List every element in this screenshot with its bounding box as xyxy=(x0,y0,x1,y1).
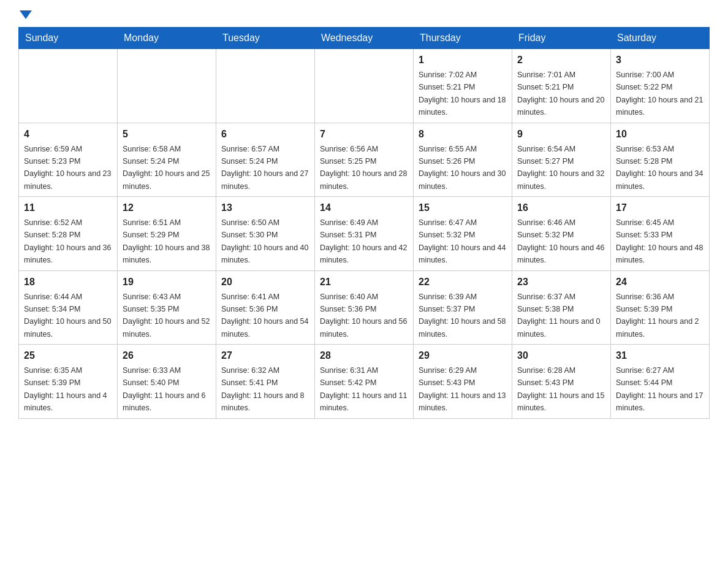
day-number: 23 xyxy=(517,275,605,289)
calendar-cell: 11Sunrise: 6:52 AMSunset: 5:28 PMDayligh… xyxy=(19,197,118,271)
day-number: 31 xyxy=(616,348,704,363)
calendar-cell: 2Sunrise: 7:01 AMSunset: 5:21 PMDaylight… xyxy=(512,49,611,123)
day-sun-info: Sunrise: 6:49 AMSunset: 5:31 PMDaylight:… xyxy=(320,218,407,264)
day-sun-info: Sunrise: 6:53 AMSunset: 5:28 PMDaylight:… xyxy=(616,145,703,191)
day-sun-info: Sunrise: 6:40 AMSunset: 5:36 PMDaylight:… xyxy=(320,293,407,339)
day-number: 10 xyxy=(616,127,704,142)
day-number: 8 xyxy=(419,127,507,142)
day-sun-info: Sunrise: 6:41 AMSunset: 5:36 PMDaylight:… xyxy=(221,293,308,339)
day-sun-info: Sunrise: 6:45 AMSunset: 5:33 PMDaylight:… xyxy=(616,218,703,264)
day-number: 17 xyxy=(616,201,704,215)
day-sun-info: Sunrise: 6:44 AMSunset: 5:34 PMDaylight:… xyxy=(24,293,111,339)
day-sun-info: Sunrise: 6:29 AMSunset: 5:43 PMDaylight:… xyxy=(419,366,506,412)
calendar-table: SundayMondayTuesdayWednesdayThursdayFrid… xyxy=(18,27,710,419)
day-sun-info: Sunrise: 6:54 AMSunset: 5:27 PMDaylight:… xyxy=(517,145,604,191)
calendar-cell: 3Sunrise: 7:00 AMSunset: 5:22 PMDaylight… xyxy=(611,49,710,123)
calendar-cell: 26Sunrise: 6:33 AMSunset: 5:40 PMDayligh… xyxy=(118,345,216,419)
day-number: 20 xyxy=(221,275,309,289)
day-sun-info: Sunrise: 7:02 AMSunset: 5:21 PMDaylight:… xyxy=(419,71,506,117)
day-sun-info: Sunrise: 6:56 AMSunset: 5:25 PMDaylight:… xyxy=(320,145,407,191)
calendar-week-row: 4Sunrise: 6:59 AMSunset: 5:23 PMDaylight… xyxy=(19,123,710,197)
calendar-cell: 15Sunrise: 6:47 AMSunset: 5:32 PMDayligh… xyxy=(414,197,512,271)
calendar-week-row: 1Sunrise: 7:02 AMSunset: 5:21 PMDaylight… xyxy=(19,49,710,123)
calendar-cell: 5Sunrise: 6:58 AMSunset: 5:24 PMDaylight… xyxy=(118,123,216,197)
calendar-cell: 17Sunrise: 6:45 AMSunset: 5:33 PMDayligh… xyxy=(611,197,710,271)
day-of-week-header: Saturday xyxy=(611,28,710,49)
day-sun-info: Sunrise: 6:59 AMSunset: 5:23 PMDaylight:… xyxy=(24,145,111,191)
day-sun-info: Sunrise: 6:39 AMSunset: 5:37 PMDaylight:… xyxy=(419,293,506,339)
calendar-week-row: 11Sunrise: 6:52 AMSunset: 5:28 PMDayligh… xyxy=(19,197,710,271)
calendar-week-row: 25Sunrise: 6:35 AMSunset: 5:39 PMDayligh… xyxy=(19,345,710,419)
day-sun-info: Sunrise: 6:51 AMSunset: 5:29 PMDaylight:… xyxy=(123,218,210,264)
day-number: 3 xyxy=(616,53,704,67)
day-sun-info: Sunrise: 6:35 AMSunset: 5:39 PMDaylight:… xyxy=(24,366,107,412)
day-number: 7 xyxy=(320,127,408,142)
day-sun-info: Sunrise: 6:55 AMSunset: 5:26 PMDaylight:… xyxy=(419,145,506,191)
calendar-cell: 1Sunrise: 7:02 AMSunset: 5:21 PMDaylight… xyxy=(414,49,512,123)
day-sun-info: Sunrise: 6:52 AMSunset: 5:28 PMDaylight:… xyxy=(24,218,111,264)
calendar-cell: 29Sunrise: 6:29 AMSunset: 5:43 PMDayligh… xyxy=(414,345,512,419)
day-sun-info: Sunrise: 6:58 AMSunset: 5:24 PMDaylight:… xyxy=(123,145,210,191)
calendar-cell: 24Sunrise: 6:36 AMSunset: 5:39 PMDayligh… xyxy=(611,270,710,345)
day-number: 26 xyxy=(123,348,211,363)
page-header xyxy=(18,12,710,21)
day-sun-info: Sunrise: 6:31 AMSunset: 5:42 PMDaylight:… xyxy=(320,366,407,412)
day-number: 1 xyxy=(419,53,507,67)
calendar-cell: 14Sunrise: 6:49 AMSunset: 5:31 PMDayligh… xyxy=(315,197,414,271)
calendar-cell: 21Sunrise: 6:40 AMSunset: 5:36 PMDayligh… xyxy=(315,270,414,345)
day-number: 4 xyxy=(24,127,112,142)
calendar-cell: 31Sunrise: 6:27 AMSunset: 5:44 PMDayligh… xyxy=(611,345,710,419)
day-number: 9 xyxy=(517,127,605,142)
calendar-cell xyxy=(19,49,118,123)
day-number: 13 xyxy=(221,201,309,215)
day-number: 6 xyxy=(221,127,309,142)
day-of-week-header: Monday xyxy=(118,28,216,49)
day-of-week-header: Thursday xyxy=(414,28,512,49)
day-sun-info: Sunrise: 7:01 AMSunset: 5:21 PMDaylight:… xyxy=(517,71,604,117)
day-of-week-header: Friday xyxy=(512,28,611,49)
day-number: 21 xyxy=(320,275,408,289)
day-sun-info: Sunrise: 6:36 AMSunset: 5:39 PMDaylight:… xyxy=(616,293,699,339)
day-number: 14 xyxy=(320,201,408,215)
calendar-cell: 27Sunrise: 6:32 AMSunset: 5:41 PMDayligh… xyxy=(216,345,315,419)
calendar-cell: 23Sunrise: 6:37 AMSunset: 5:38 PMDayligh… xyxy=(512,270,611,345)
calendar-cell: 8Sunrise: 6:55 AMSunset: 5:26 PMDaylight… xyxy=(414,123,512,197)
day-number: 22 xyxy=(419,275,507,289)
day-number: 5 xyxy=(123,127,211,142)
day-number: 11 xyxy=(24,201,112,215)
calendar-cell: 25Sunrise: 6:35 AMSunset: 5:39 PMDayligh… xyxy=(19,345,118,419)
calendar-cell: 22Sunrise: 6:39 AMSunset: 5:37 PMDayligh… xyxy=(414,270,512,345)
day-number: 12 xyxy=(123,201,211,215)
day-sun-info: Sunrise: 6:32 AMSunset: 5:41 PMDaylight:… xyxy=(221,366,305,412)
day-number: 19 xyxy=(123,275,211,289)
day-sun-info: Sunrise: 6:50 AMSunset: 5:30 PMDaylight:… xyxy=(221,218,308,264)
calendar-cell: 7Sunrise: 6:56 AMSunset: 5:25 PMDaylight… xyxy=(315,123,414,197)
calendar-cell: 6Sunrise: 6:57 AMSunset: 5:24 PMDaylight… xyxy=(216,123,315,197)
day-sun-info: Sunrise: 6:57 AMSunset: 5:24 PMDaylight:… xyxy=(221,145,308,191)
day-number: 28 xyxy=(320,348,408,363)
calendar-cell: 30Sunrise: 6:28 AMSunset: 5:43 PMDayligh… xyxy=(512,345,611,419)
calendar-cell: 19Sunrise: 6:43 AMSunset: 5:35 PMDayligh… xyxy=(118,270,216,345)
day-number: 27 xyxy=(221,348,309,363)
calendar-cell xyxy=(118,49,216,123)
day-sun-info: Sunrise: 6:46 AMSunset: 5:32 PMDaylight:… xyxy=(517,218,604,264)
calendar-cell xyxy=(216,49,315,123)
calendar-cell: 10Sunrise: 6:53 AMSunset: 5:28 PMDayligh… xyxy=(611,123,710,197)
day-sun-info: Sunrise: 6:47 AMSunset: 5:32 PMDaylight:… xyxy=(419,218,506,264)
day-number: 2 xyxy=(517,53,605,67)
day-number: 30 xyxy=(517,348,605,363)
day-sun-info: Sunrise: 6:27 AMSunset: 5:44 PMDaylight:… xyxy=(616,366,703,412)
calendar-cell xyxy=(315,49,414,123)
calendar-cell: 20Sunrise: 6:41 AMSunset: 5:36 PMDayligh… xyxy=(216,270,315,345)
day-sun-info: Sunrise: 6:33 AMSunset: 5:40 PMDaylight:… xyxy=(123,366,206,412)
day-of-week-header: Sunday xyxy=(19,28,118,49)
calendar-cell: 12Sunrise: 6:51 AMSunset: 5:29 PMDayligh… xyxy=(118,197,216,271)
day-sun-info: Sunrise: 6:28 AMSunset: 5:43 PMDaylight:… xyxy=(517,366,604,412)
day-sun-info: Sunrise: 6:37 AMSunset: 5:38 PMDaylight:… xyxy=(517,293,601,339)
calendar-cell: 28Sunrise: 6:31 AMSunset: 5:42 PMDayligh… xyxy=(315,345,414,419)
day-number: 24 xyxy=(616,275,704,289)
day-number: 29 xyxy=(419,348,507,363)
day-number: 18 xyxy=(24,275,112,289)
calendar-cell: 18Sunrise: 6:44 AMSunset: 5:34 PMDayligh… xyxy=(19,270,118,345)
calendar-week-row: 18Sunrise: 6:44 AMSunset: 5:34 PMDayligh… xyxy=(19,270,710,345)
